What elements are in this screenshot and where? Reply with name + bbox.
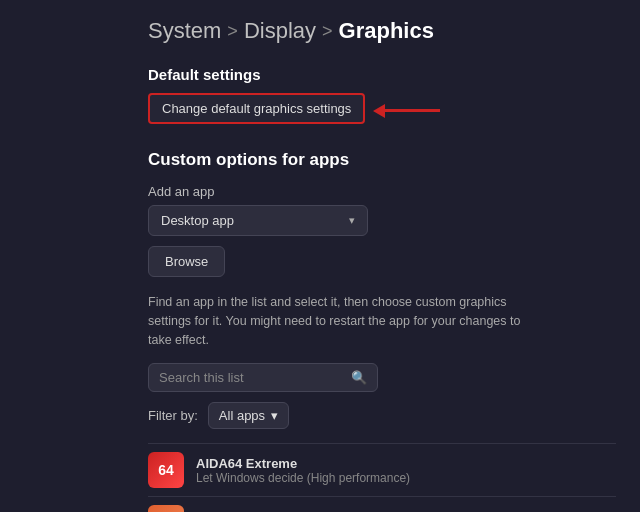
add-app-label: Add an app xyxy=(148,184,616,199)
breadcrumb: System > Display > Graphics xyxy=(148,18,616,44)
app-item-aida[interactable]: 64 AIDA64 Extreme Let Windows decide (Hi… xyxy=(148,443,616,496)
aida-status: Let Windows decide (High performance) xyxy=(196,471,410,485)
breadcrumb-display[interactable]: Display xyxy=(244,18,316,44)
breadcrumb-system[interactable]: System xyxy=(148,18,221,44)
custom-options-title: Custom options for apps xyxy=(148,150,616,170)
search-input[interactable] xyxy=(159,370,351,385)
camera-icon: 📷 xyxy=(148,505,184,512)
dropdown-value: Desktop app xyxy=(161,213,234,228)
change-default-graphics-button[interactable]: Change default graphics settings xyxy=(148,93,365,124)
aida-name: AIDA64 Extreme xyxy=(196,456,410,471)
app-type-dropdown[interactable]: Desktop app ▾ xyxy=(148,205,368,236)
arrow-head-icon xyxy=(373,104,385,118)
app-item-camera[interactable]: 📷 Camera Let Windows decide (Power savin… xyxy=(148,496,616,512)
breadcrumb-sep1: > xyxy=(227,21,238,42)
chevron-down-icon: ▾ xyxy=(349,214,355,227)
search-box[interactable]: 🔍 xyxy=(148,363,378,392)
filter-label: Filter by: xyxy=(148,408,198,423)
filter-row: Filter by: All apps ▾ xyxy=(148,402,616,429)
arrow-line xyxy=(385,109,440,112)
breadcrumb-current: Graphics xyxy=(339,18,434,44)
filter-value: All apps xyxy=(219,408,265,423)
aida-icon: 64 xyxy=(148,452,184,488)
breadcrumb-sep2: > xyxy=(322,21,333,42)
info-text: Find an app in the list and select it, t… xyxy=(148,293,528,349)
search-icon: 🔍 xyxy=(351,370,367,385)
filter-chevron-icon: ▾ xyxy=(271,408,278,423)
filter-dropdown[interactable]: All apps ▾ xyxy=(208,402,289,429)
red-arrow xyxy=(373,104,440,118)
browse-button[interactable]: Browse xyxy=(148,246,225,277)
app-list: 64 AIDA64 Extreme Let Windows decide (Hi… xyxy=(148,443,616,512)
aida-info: AIDA64 Extreme Let Windows decide (High … xyxy=(196,456,410,485)
default-settings-title: Default settings xyxy=(148,66,616,83)
